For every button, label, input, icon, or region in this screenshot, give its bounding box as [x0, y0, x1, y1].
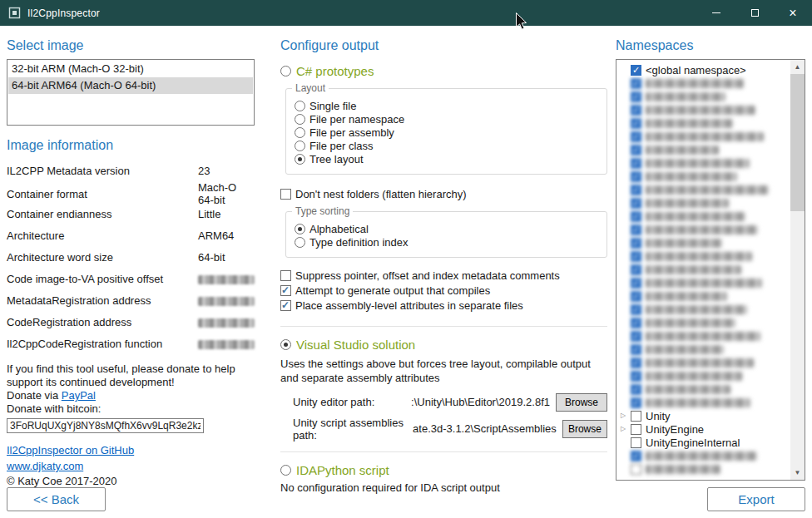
namespace-label: Unity [646, 410, 671, 422]
expander-icon[interactable]: ▷ [621, 422, 631, 436]
select-image-option[interactable]: 32-bit ARM (Mach-O 32-bit) [8, 61, 253, 77]
namespace-checkbox[interactable] [631, 211, 641, 222]
namespace-item[interactable] [621, 236, 787, 249]
visual-studio-solution-radio[interactable]: Visual Studio solution [280, 338, 607, 352]
namespace-checkbox[interactable] [631, 397, 641, 408]
namespace-checkbox[interactable] [631, 384, 641, 395]
namespace-item[interactable] [621, 249, 787, 263]
namespace-checkbox[interactable] [631, 411, 641, 422]
layout-option[interactable]: Single file [295, 100, 598, 112]
namespace-item[interactable] [621, 449, 787, 462]
back-button[interactable]: << Back [7, 487, 106, 511]
namespace-checkbox[interactable] [631, 185, 641, 195]
namespace-item[interactable] [621, 329, 787, 343]
info-label: Container format [7, 188, 198, 200]
namespace-item[interactable] [621, 130, 787, 143]
namespace-checkbox[interactable] [631, 238, 641, 249]
csharp-prototypes-radio[interactable]: C# prototypes [280, 64, 607, 78]
namespace-item[interactable] [621, 316, 787, 329]
namespace-checkbox[interactable] [631, 278, 641, 289]
namespace-checkbox[interactable] [631, 451, 641, 461]
output-option-checkbox[interactable]: Attempt to generate output that compiles [280, 283, 607, 298]
namespace-checkbox[interactable] [631, 198, 641, 209]
namespace-item[interactable]: ▷Unity [621, 409, 787, 422]
namespace-item[interactable]: <global namespace> [621, 63, 787, 76]
namespace-checkbox[interactable] [631, 264, 641, 275]
browse-script-assemblies-button[interactable]: Browse [562, 420, 607, 438]
browse-unity-editor-button[interactable]: Browse [556, 393, 607, 412]
layout-option[interactable]: File per assembly [295, 126, 598, 139]
namespace-item[interactable]: UnityEngineInternal [621, 436, 787, 449]
namespace-checkbox[interactable] [631, 437, 641, 448]
namespace-item[interactable] [621, 276, 787, 289]
namespace-item[interactable] [621, 90, 787, 103]
namespace-item[interactable] [621, 116, 787, 130]
namespace-item[interactable] [621, 103, 787, 116]
namespace-checkbox[interactable] [631, 105, 641, 116]
namespace-checkbox[interactable] [631, 65, 641, 76]
namespace-item[interactable] [621, 462, 787, 476]
scroll-down-icon[interactable]: ▼ [790, 466, 805, 480]
namespace-checkbox[interactable] [631, 291, 641, 302]
export-button[interactable]: Export [707, 487, 805, 511]
namespaces-scrollbar[interactable]: ▲ ▼ [790, 60, 805, 480]
namespace-item[interactable] [621, 356, 787, 369]
namespace-checkbox[interactable] [631, 331, 641, 342]
namespace-checkbox[interactable] [631, 371, 641, 382]
minimize-button[interactable] [697, 0, 735, 26]
namespace-checkbox[interactable] [631, 171, 641, 182]
namespace-checkbox[interactable] [631, 358, 641, 368]
namespace-item[interactable] [621, 143, 787, 156]
output-option-checkbox[interactable]: Suppress pointer, offset and index metad… [280, 268, 607, 283]
type-sorting-option[interactable]: Type definition index [295, 236, 598, 249]
namespace-item[interactable] [621, 382, 787, 396]
scroll-up-icon[interactable]: ▲ [790, 60, 805, 74]
bitcoin-address-input[interactable] [7, 418, 204, 433]
output-option-checkbox[interactable]: Place assembly-level attributes in separ… [280, 298, 607, 313]
select-image-option[interactable]: 64-bit ARM64 (Mach-O 64-bit) [8, 77, 253, 94]
namespace-checkbox[interactable] [631, 251, 641, 262]
namespace-checkbox[interactable] [631, 131, 641, 142]
layout-option[interactable]: File per class [295, 140, 598, 152]
namespace-item[interactable] [621, 343, 787, 356]
namespace-item[interactable] [621, 396, 787, 409]
namespace-checkbox[interactable] [631, 118, 641, 129]
redacted-namespace [646, 212, 745, 221]
maximize-button[interactable] [735, 0, 774, 26]
namespace-item[interactable] [621, 196, 787, 210]
namespace-checkbox[interactable] [631, 158, 641, 169]
namespace-checkbox[interactable] [631, 224, 641, 235]
namespace-item[interactable] [621, 76, 787, 90]
idapython-script-radio[interactable]: IDAPython script [280, 463, 607, 477]
close-button[interactable]: × [774, 0, 812, 26]
namespace-checkbox[interactable] [631, 304, 641, 315]
namespace-item[interactable] [621, 156, 787, 170]
flatten-checkbox[interactable]: Don't nest folders (flatten hierarchy) [280, 186, 607, 201]
namespace-checkbox[interactable] [631, 424, 641, 435]
paypal-link[interactable]: PayPal [62, 389, 96, 402]
scrollbar-thumb[interactable] [790, 74, 805, 211]
namespace-item[interactable] [621, 223, 787, 236]
github-link[interactable]: Il2CppInspector on GitHub [7, 444, 134, 456]
namespace-checkbox[interactable] [631, 91, 641, 102]
namespace-item[interactable] [621, 183, 787, 196]
namespace-item[interactable] [621, 170, 787, 183]
type-sorting-option[interactable]: Alphabetical [295, 223, 598, 235]
namespace-checkbox[interactable] [631, 318, 641, 328]
layout-option[interactable]: Tree layout [295, 153, 598, 165]
namespace-item[interactable] [621, 303, 787, 316]
namespace-item[interactable] [621, 369, 787, 382]
website-link[interactable]: www.djkaty.com [7, 460, 83, 472]
namespace-item[interactable] [621, 210, 787, 223]
layout-option[interactable]: File per namespace [295, 113, 598, 126]
namespace-checkbox[interactable] [631, 344, 641, 355]
select-image-list[interactable]: 32-bit ARM (Mach-O 32-bit)64-bit ARM64 (… [7, 59, 255, 126]
namespace-checkbox[interactable] [631, 464, 641, 475]
namespace-item[interactable]: ▷UnityEngine [621, 422, 787, 436]
namespace-checkbox[interactable] [631, 145, 641, 155]
expander-icon[interactable]: ▷ [621, 409, 631, 422]
namespace-checkbox[interactable] [631, 78, 641, 89]
namespace-item[interactable] [621, 263, 787, 276]
namespace-item[interactable] [621, 289, 787, 303]
namespaces-list-panel: <global namespace>▷Unity▷UnityEngineUnit… [616, 59, 805, 481]
